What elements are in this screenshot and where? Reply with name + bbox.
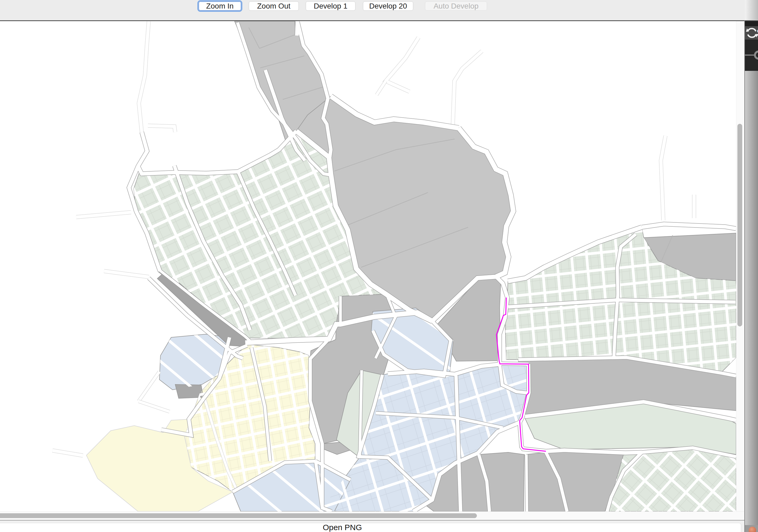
svg-text:S: S	[757, 27, 758, 39]
